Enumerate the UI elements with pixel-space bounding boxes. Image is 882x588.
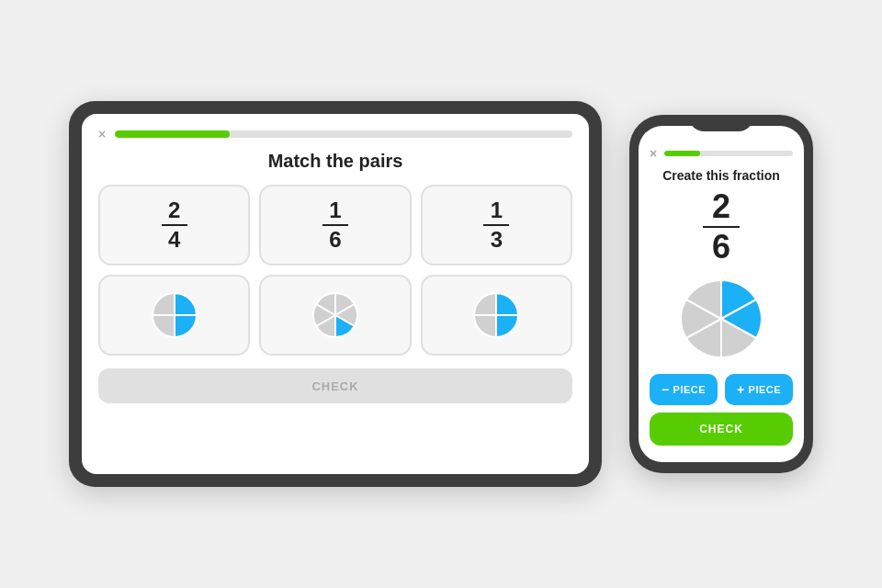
tablet-topbar: × <box>98 127 572 141</box>
fraction-1-line <box>162 224 187 226</box>
minus-icon: − <box>662 382 670 397</box>
pie-chart-2 <box>310 289 361 341</box>
phone-fraction-denominator: 6 <box>712 231 730 264</box>
plus-icon: + <box>737 382 745 397</box>
fraction-3-denominator: 3 <box>491 229 503 251</box>
fraction-card-3[interactable]: 1 3 <box>421 185 572 266</box>
phone-minus-piece-button[interactable]: − PIECE <box>650 374 718 405</box>
fraction-card-1[interactable]: 2 4 <box>98 185 250 266</box>
phone-piece-buttons: − PIECE + PIECE <box>650 374 793 405</box>
fraction-card-2[interactable]: 1 6 <box>259 185 411 266</box>
phone-minus-piece-label: PIECE <box>673 384 707 395</box>
scene: × Match the pairs 2 4 1 <box>28 28 854 560</box>
fraction-3-line <box>483 224 509 226</box>
phone-pie-chart <box>671 273 772 365</box>
fraction-1: 2 4 <box>162 199 187 251</box>
fraction-3: 1 3 <box>483 199 509 251</box>
tablet-card-grid: 2 4 1 6 1 3 <box>98 185 572 356</box>
tablet-title: Match the pairs <box>98 151 572 172</box>
phone-close-button[interactable]: × <box>650 146 657 161</box>
phone-fraction-display: 2 6 <box>650 190 793 264</box>
pie-card-2[interactable] <box>259 275 411 356</box>
pie-card-3[interactable] <box>421 275 572 356</box>
phone-check-button[interactable]: CHECK <box>650 413 793 446</box>
phone-pie-area <box>650 273 793 365</box>
phone-plus-piece-label: PIECE <box>749 384 782 395</box>
fraction-1-denominator: 4 <box>168 229 180 251</box>
phone-title: Create this fraction <box>650 168 793 183</box>
phone-fraction-numerator: 2 <box>712 190 730 223</box>
pie-chart-3 <box>470 289 522 341</box>
fraction-1-numerator: 2 <box>168 199 180 221</box>
tablet-check-button[interactable]: CHECK <box>98 368 572 403</box>
fraction-2: 1 6 <box>322 199 348 251</box>
phone-progress-bar-fill <box>664 151 700 156</box>
tablet-progress-bar-fill <box>115 130 229 138</box>
phone-progress-bar-bg <box>664 151 793 156</box>
phone-notch <box>689 115 753 131</box>
fraction-2-line <box>322 224 348 226</box>
phone-screen: × Create this fraction 2 6 <box>639 126 804 462</box>
fraction-3-numerator: 1 <box>491 199 503 221</box>
tablet-device: × Match the pairs 2 4 1 <box>69 101 602 487</box>
phone-plus-piece-button[interactable]: + PIECE <box>725 374 793 405</box>
fraction-2-numerator: 1 <box>329 199 341 221</box>
phone-fraction: 2 6 <box>703 190 740 264</box>
fraction-2-denominator: 6 <box>329 229 341 251</box>
tablet-close-button[interactable]: × <box>98 127 106 141</box>
tablet-screen: × Match the pairs 2 4 1 <box>82 114 589 474</box>
tablet-progress-bar-bg <box>115 130 572 138</box>
pie-chart-1 <box>149 289 200 341</box>
phone-device: × Create this fraction 2 6 <box>629 115 813 473</box>
phone-topbar: × <box>650 146 793 161</box>
pie-card-1[interactable] <box>98 275 250 356</box>
